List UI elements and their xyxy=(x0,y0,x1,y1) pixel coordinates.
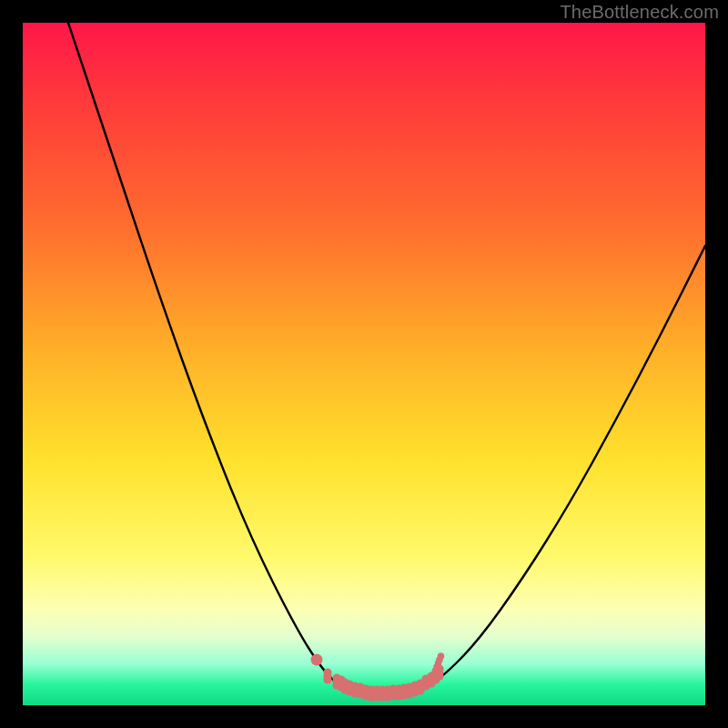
marker-dot-icon xyxy=(323,675,331,683)
marker-dot-icon xyxy=(311,654,323,666)
highlighted-minimum-dots xyxy=(23,23,705,705)
plot-area xyxy=(23,23,705,705)
watermark-text: TheBottleneck.com xyxy=(560,2,719,23)
marker-dot-icon xyxy=(438,652,445,660)
chart-frame: TheBottleneck.com xyxy=(0,0,728,728)
